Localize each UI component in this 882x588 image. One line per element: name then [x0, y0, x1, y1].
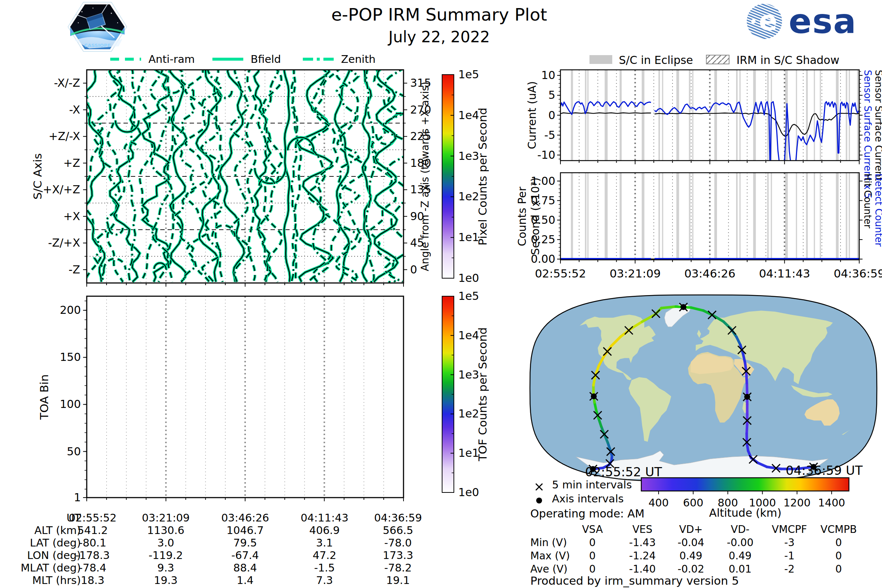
voltage-value: -3 [784, 537, 795, 549]
eclipse-band [771, 173, 772, 260]
ephemeris-value: 1130.6 [147, 524, 184, 537]
ephemeris-value: 79.5 [233, 537, 257, 549]
eclipse-legend-label: S/C in Eclipse [619, 54, 693, 66]
eclipse-band [740, 173, 741, 260]
eclipse-band [585, 173, 586, 260]
eclipse-band [846, 173, 847, 260]
ephemeris-value: 566.5 [382, 524, 413, 537]
ephemeris-value: -78.2 [384, 561, 412, 574]
tof-cbar-label: TOF Counts per Second [476, 296, 489, 492]
eclipse-band [676, 70, 679, 160]
ephemeris-value: 3.0 [157, 537, 174, 549]
voltage-col-header: VD- [731, 524, 750, 536]
spectro-ytick-label: +X/+Z [43, 183, 80, 196]
page-title: e-POP IRM Summary Plot [331, 4, 547, 25]
patch-caption: CASSIOPE [84, 43, 111, 48]
track-segment [747, 424, 747, 434]
legend-bfield-label: Bfield [250, 53, 281, 65]
counts-ytick-label: 0.75 [531, 194, 555, 207]
ground-track-map [528, 293, 878, 483]
track-axis-dot [591, 393, 597, 399]
counts-ytick-label: 1.00 [531, 175, 555, 188]
ephemeris-value: 3.1 [316, 537, 333, 549]
time-tick-label: 04:11:43 [759, 267, 810, 280]
esa-logo: e esa [745, 2, 859, 43]
ephemeris-value: 19.1 [386, 574, 410, 586]
ephemeris-value: 406.9 [309, 524, 340, 537]
ephemeris-value: 18.3 [81, 574, 105, 586]
eclipse-band [658, 70, 660, 160]
current-ytick-label: 5 [548, 88, 555, 101]
ephemeris-value: -178.3 [75, 549, 110, 561]
altbar-tick-label: 1400 [818, 496, 845, 509]
toa-ytick-label: 200 [60, 303, 81, 316]
ephemeris-value: 7.3 [316, 574, 333, 586]
ephemeris-value: 04:36:59 [374, 512, 422, 524]
track-axis-dot [681, 304, 687, 310]
spectro-ylabel: S/C Axis [31, 70, 44, 283]
voltage-value: -1.40 [629, 563, 656, 575]
legend-antiram-label: Anti-ram [148, 53, 195, 65]
voltage-value: -1.24 [629, 550, 656, 562]
voltage-value: -0.04 [678, 537, 704, 549]
eclipse-band [849, 173, 850, 260]
ephemeris-value: 19.3 [154, 574, 178, 586]
toa-ylabel: TOA Bin [38, 296, 51, 498]
esa-wordmark: esa [789, 2, 856, 41]
ephemeris-value: 03:21:09 [142, 512, 190, 524]
voltage-col-header: VCMPB [820, 524, 857, 536]
ephemeris-row-label: MLAT (deg) [0, 561, 81, 574]
pixel-cbar-label: Pixel Counts per Second [476, 75, 489, 278]
track-axis-dot [744, 394, 750, 400]
ephemeris-row-label: MLT (hrs) [0, 574, 81, 586]
voltage-value: 0 [589, 550, 596, 562]
cassiope-logo: CASSIOPE [67, 1, 128, 53]
ephemeris-row-label: LON (deg) [0, 549, 81, 561]
toa-ytick-label: 100 [60, 398, 81, 411]
spectro-ytick-label: -Z [69, 263, 80, 276]
eclipse-band [587, 70, 588, 160]
voltage-value: 0.49 [729, 550, 752, 562]
pixel-counts-colorbar: 1e51e41e31e21e11e0 [442, 75, 454, 278]
ephemeris-value: -80.1 [79, 537, 106, 549]
eclipse-band [620, 70, 622, 160]
eclipse-swatch [590, 55, 612, 64]
ephemeris-row-label: ALT (km) [0, 524, 81, 537]
cbar-tick-label: 1e2 [458, 407, 479, 420]
map-legend-symbols [533, 482, 548, 508]
spectro-ytick-label: +Z [63, 156, 80, 170]
voltage-value: 0 [589, 537, 596, 549]
voltage-value: -0.02 [678, 563, 704, 575]
spectro-right-label: Angle from -Z axis (towards +X axis) [419, 70, 431, 283]
cbar-tick-label: 1e1 [458, 447, 479, 459]
ephemeris-value: 541.2 [77, 524, 108, 537]
counts-ytick-label: 0.00 [531, 252, 555, 266]
cbar-tick-label: 1e1 [458, 231, 479, 244]
cbar-tick-label: 1e0 [458, 486, 479, 499]
time-tick-label: 03:21:09 [610, 267, 661, 280]
eclipse-band [571, 173, 573, 260]
spectro-ytick-label: -Z/+X [48, 236, 80, 249]
voltage-col-header: VSA [582, 524, 603, 536]
altbar-tick-label: 600 [683, 496, 704, 509]
toa-ytick-label: 50 [67, 445, 81, 458]
eclipse-band [820, 173, 821, 260]
legend-zenith-label: Zenith [341, 53, 376, 65]
spectro-right-tick-label: 0 [410, 263, 417, 276]
voltage-row-label: Max (V) [530, 550, 570, 562]
ephemeris-value: 1.4 [237, 574, 254, 586]
eclipse-band [714, 70, 717, 160]
counts-right-label-blue: Detect Counter [873, 174, 882, 247]
eclipse-band [740, 70, 741, 160]
cbar-tick-label: 1e4 [458, 109, 479, 122]
current-ytick-label: -5 [544, 129, 555, 141]
voltage-row-label: Ave (V) [530, 563, 567, 575]
eclipse-band [785, 173, 788, 260]
eclipse-band [857, 173, 859, 260]
counts-ytick-label: 0.50 [531, 213, 555, 226]
cbar-tick-label: 1e4 [458, 329, 479, 342]
current-ytick-label: 0 [548, 109, 555, 122]
eclipse-band [692, 70, 693, 160]
map-start-time: 02:55:52 UT [585, 465, 662, 479]
current-ytick-label: 10 [542, 69, 555, 82]
